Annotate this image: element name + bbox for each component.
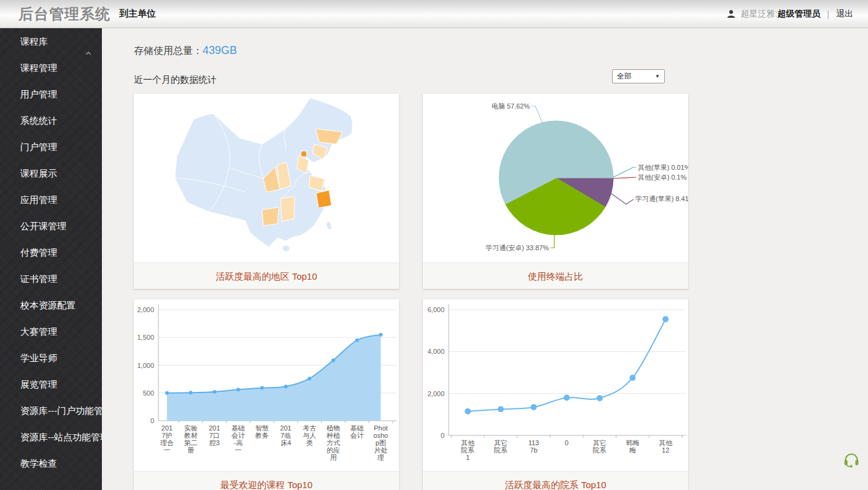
sidebar-item-9[interactable]: 证书管理 (0, 266, 102, 292)
panel-title-departments: 活跃度最高的院系 Top10 (505, 480, 606, 490)
map-province-highlight[interactable] (316, 190, 331, 208)
main-content: 存储使用总量：439GB 近一个月的数据统计 全部 ▼ 活跃度最高的地区 Top… (102, 28, 868, 490)
sidebar-item-16[interactable]: 教学检查 (0, 450, 102, 477)
sidebar-item-7[interactable]: 公开课管理 (0, 213, 102, 239)
divider: | (827, 9, 829, 19)
pie-label: 学习通(苹果) 8.41% (635, 195, 688, 202)
section-subtitle: 近一个月的数据统计 (134, 74, 217, 85)
category-label: 2017护理合一 (160, 424, 174, 454)
data-point[interactable] (530, 404, 537, 410)
panel-popular-courses: 05001,0001,5002,0002017护理合一实验教材第二册2017口腔… (134, 299, 399, 490)
panel-title-courses: 最受欢迎的课程 Top10 (220, 480, 312, 490)
panel-title-terminal: 使用终端占比 (528, 271, 583, 281)
sidebar-item-label: 系统统计 (20, 115, 57, 126)
y-axis-label: 1,500 (137, 334, 154, 341)
china-map-chart[interactable] (134, 94, 399, 262)
data-point[interactable] (189, 391, 193, 394)
category-label: Photoshop图片处理 (373, 424, 388, 461)
sidebar: 课程库课程管理用户管理系统统计门户管理课程展示应用管理公开课管理付费管理证书管理… (0, 28, 102, 490)
sidebar-item-label: 大赛管理 (20, 326, 57, 337)
pie-label: 其他(安卓) 0.1% (638, 174, 687, 181)
sidebar-item-label: 课程展示 (20, 168, 57, 178)
sidebar-item-14[interactable]: 资源库---门户功能管理 (0, 397, 102, 424)
data-point[interactable] (465, 408, 471, 415)
data-point[interactable] (355, 339, 359, 342)
sidebar-item-2[interactable]: 用户管理 (0, 81, 102, 107)
sidebar-item-label: 展览管理 (20, 379, 57, 389)
y-axis-label: 1,000 (137, 362, 154, 369)
sidebar-item-1[interactable]: 课程管理 (0, 55, 102, 81)
y-axis-label: 0 (441, 432, 444, 439)
y-axis-label: 0 (150, 417, 154, 424)
panel-terminal-pie: 其他(苹果) 0.01%其他(安卓) 0.1%学习通(苹果) 8.41%学习通(… (423, 94, 688, 289)
data-point[interactable] (331, 358, 335, 362)
app-logo: 后台管理系统 (18, 4, 110, 24)
user-role: 超级管理员 (777, 9, 820, 20)
data-point[interactable] (630, 375, 636, 381)
scope-select[interactable]: 全部 ▼ (612, 69, 665, 83)
sidebar-item-label: 付费管理 (20, 247, 57, 258)
category-label: 基础会计 (351, 424, 364, 439)
chevron-down-icon: ▼ (655, 74, 660, 79)
sidebar-item-12[interactable]: 学业导师 (0, 345, 102, 371)
data-point[interactable] (498, 406, 504, 412)
sidebar-item-8[interactable]: 付费管理 (0, 239, 102, 266)
sidebar-item-label: 校本资源配置 (20, 300, 76, 310)
data-point[interactable] (597, 395, 603, 401)
category-label: 其他12 (659, 439, 672, 454)
storage-total: 存储使用总量：439GB (134, 44, 868, 58)
data-point[interactable] (564, 395, 570, 401)
category-label: 其它院系 (494, 439, 508, 454)
data-point[interactable] (284, 385, 288, 388)
terminal-pie-chart[interactable]: 其他(苹果) 0.01%其他(安卓) 0.1%学习通(苹果) 8.41%学习通(… (423, 94, 688, 262)
category-label: 韩梅梅 (626, 439, 640, 454)
sidebar-item-3[interactable]: 系统统计 (0, 107, 102, 134)
user-icon (726, 9, 736, 19)
sidebar-item-10[interactable]: 校本资源配置 (0, 292, 102, 318)
sidebar-item-11[interactable]: 大赛管理 (0, 318, 102, 345)
sidebar-item-6[interactable]: 应用管理 (0, 186, 102, 213)
chevron-up-icon (85, 39, 92, 55)
departments-line-chart[interactable]: 02,0004,0006,000其他院系1其它院系1137b0其它院系韩梅梅其他… (423, 299, 688, 471)
storage-label: 存储使用总量： (134, 45, 203, 56)
category-label: 2017临床4 (280, 424, 291, 446)
sidebar-item-4[interactable]: 门户管理 (0, 134, 102, 160)
sidebar-item-label: 用户管理 (20, 89, 57, 99)
sidebar-item-label: 资源库--站点功能管理 (20, 432, 102, 442)
data-point[interactable] (379, 333, 382, 337)
sidebar-item-label: 应用管理 (20, 194, 57, 205)
map-province-highlight[interactable] (262, 207, 279, 226)
y-axis-label: 4,000 (427, 348, 444, 355)
app-header: 后台管理系统 到主单位 超星泛雅: 超级管理员 | 退出 (0, 0, 868, 28)
map-province-highlight[interactable] (301, 151, 307, 157)
pie-label: 其他(苹果) 0.01% (638, 164, 688, 171)
y-axis-label: 2,000 (427, 390, 444, 397)
category-label: 其他院系1 (461, 439, 475, 461)
y-axis-label: 6,000 (427, 306, 444, 313)
sidebar-item-label: 课程管理 (20, 63, 57, 73)
data-point[interactable] (260, 386, 264, 390)
data-point[interactable] (308, 377, 311, 380)
category-label: 考古与人类 (303, 424, 316, 446)
to-main-unit-link[interactable]: 到主单位 (119, 8, 156, 20)
category-label: 基础会计-高一 (231, 424, 245, 454)
category-label: 1137b (529, 439, 540, 454)
sidebar-item-13[interactable]: 展览管理 (0, 371, 102, 397)
map-province-highlight[interactable] (281, 196, 295, 221)
sidebar-item-label: 课程库 (20, 36, 48, 47)
category-label: 其它院系 (593, 439, 606, 454)
sidebar-item-5[interactable]: 课程展示 (0, 160, 102, 186)
headset-icon[interactable] (842, 451, 861, 472)
pie-label: 学习通(安卓) 33.87% (486, 244, 549, 251)
sidebar-item-15[interactable]: 资源库--站点功能管理 (0, 424, 102, 450)
panel-region-map: 活跃度最高的地区 Top10 (134, 94, 399, 289)
sidebar-item-0[interactable]: 课程库 (0, 28, 102, 55)
logout-link[interactable]: 退出 (836, 9, 853, 20)
data-point[interactable] (212, 390, 216, 394)
scope-select-value: 全部 (617, 71, 632, 82)
data-point[interactable] (165, 391, 169, 395)
data-point[interactable] (236, 388, 240, 391)
data-point[interactable] (662, 316, 668, 322)
map-province-highlight[interactable] (316, 129, 343, 144)
courses-area-chart[interactable]: 05001,0001,5002,0002017护理合一实验教材第二册2017口腔… (134, 299, 399, 471)
